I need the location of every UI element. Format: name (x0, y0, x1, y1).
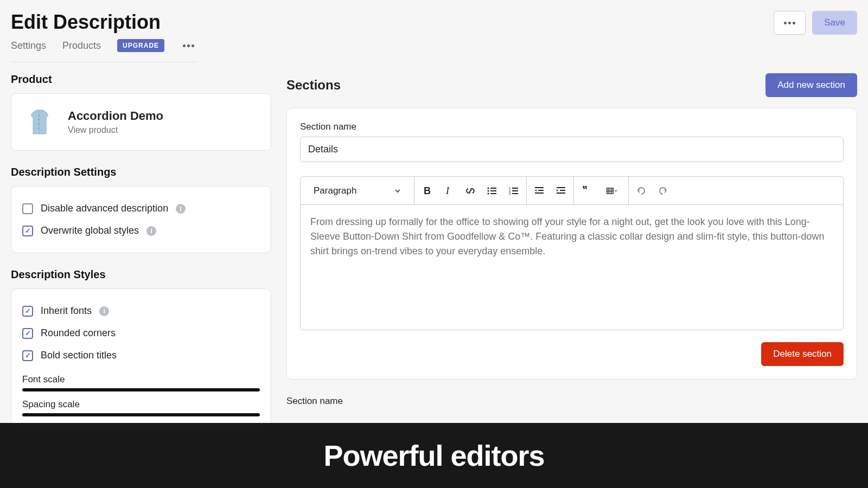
quote-icon[interactable]: ‟ (579, 184, 593, 198)
checkbox-label: Bold section titles (41, 350, 117, 361)
svg-rect-14 (512, 188, 518, 189)
svg-text:B: B (424, 185, 431, 196)
checkbox-label: Inherit fonts (41, 305, 92, 317)
svg-point-11 (488, 192, 489, 194)
svg-text:3: 3 (509, 192, 511, 195)
style-rounded-corners[interactable]: Rounded corners (22, 322, 260, 344)
table-icon[interactable] (601, 184, 623, 198)
product-thumbnail (22, 105, 57, 139)
checkbox[interactable] (22, 328, 33, 339)
svg-point-4 (38, 128, 39, 129)
checkbox-label: Disable advanced description (41, 203, 168, 214)
style-inherit-fonts[interactable]: Inherit fonts i (22, 300, 260, 322)
font-scale-label: Font scale (22, 374, 260, 385)
checkbox[interactable] (22, 350, 33, 361)
svg-text:‟: ‟ (582, 185, 588, 196)
svg-rect-12 (490, 193, 496, 194)
add-new-section-button[interactable]: Add new section (765, 73, 857, 97)
svg-rect-10 (490, 190, 496, 191)
tab-settings[interactable]: Settings (11, 40, 46, 52)
style-bold-titles[interactable]: Bold section titles (22, 344, 260, 367)
svg-point-7 (488, 187, 489, 189)
checkbox[interactable] (22, 226, 33, 236)
svg-rect-22 (557, 187, 565, 188)
checkbox[interactable] (22, 203, 33, 214)
sections-heading: Sections (286, 78, 341, 93)
spacing-scale-slider[interactable] (22, 413, 260, 416)
bullet-list-icon[interactable] (485, 184, 499, 198)
section-name-label-2: Section name (286, 396, 857, 407)
desc-styles-heading: Description Styles (11, 268, 271, 281)
svg-text:I: I (445, 185, 450, 196)
tab-products[interactable]: Products (62, 40, 101, 52)
indent-icon[interactable] (554, 184, 568, 198)
svg-rect-24 (557, 192, 565, 194)
svg-rect-16 (512, 190, 518, 191)
info-icon[interactable]: i (146, 226, 156, 236)
section-name-input[interactable] (300, 137, 844, 162)
dots-icon (782, 20, 797, 27)
banner-text: Powerful editors (323, 439, 544, 472)
italic-icon[interactable]: I (442, 184, 456, 198)
redo-icon[interactable] (656, 184, 670, 198)
svg-rect-19 (535, 187, 544, 188)
svg-point-3 (38, 124, 39, 125)
more-icon[interactable] (181, 42, 196, 49)
outdent-icon[interactable] (532, 184, 546, 198)
spacing-scale-label: Spacing scale (22, 399, 260, 410)
section-name-label: Section name (300, 121, 844, 132)
view-product-link[interactable]: View product (68, 125, 163, 135)
svg-point-2 (38, 119, 39, 120)
save-button[interactable]: Save (812, 11, 857, 35)
font-scale-slider[interactable] (22, 388, 260, 391)
product-title: Accordion Demo (68, 109, 163, 123)
svg-point-9 (488, 190, 489, 191)
product-heading: Product (11, 73, 271, 86)
checkbox[interactable] (22, 306, 33, 317)
info-icon[interactable]: i (176, 204, 186, 214)
desc-settings-heading: Description Settings (11, 166, 271, 178)
number-list-icon[interactable]: 123 (507, 184, 521, 198)
delete-section-button[interactable]: Delete section (761, 342, 844, 366)
chevron-down-icon (394, 188, 401, 194)
svg-rect-26 (607, 188, 613, 194)
undo-icon[interactable] (634, 184, 648, 198)
link-icon[interactable] (463, 184, 477, 198)
product-card[interactable]: Accordion Demo View product (11, 93, 271, 151)
svg-rect-21 (535, 192, 544, 194)
format-select[interactable]: Paragraph (306, 177, 409, 204)
setting-overwrite-styles[interactable]: Overwrite global styles i (22, 220, 260, 242)
page-title: Edit Description (11, 11, 196, 34)
svg-rect-8 (490, 188, 496, 189)
info-icon[interactable]: i (99, 306, 109, 316)
svg-point-1 (38, 115, 39, 116)
rich-text-editor: Paragraph B I 123 (300, 176, 844, 330)
setting-disable-advanced[interactable]: Disable advanced description i (22, 197, 260, 220)
svg-rect-23 (560, 190, 565, 191)
editor-body[interactable]: From dressing up formally for the office… (301, 205, 843, 330)
bold-icon[interactable]: B (420, 184, 434, 198)
svg-rect-18 (512, 193, 518, 194)
upgrade-badge[interactable]: UPGRADE (117, 39, 164, 52)
section-card: Section name Paragraph B I (286, 108, 857, 380)
svg-rect-20 (538, 190, 544, 191)
checkbox-label: Overwrite global styles (41, 225, 139, 236)
editor-toolbar: Paragraph B I 123 (301, 177, 843, 205)
promo-banner: Powerful editors (0, 423, 868, 488)
checkbox-label: Rounded corners (41, 328, 116, 339)
header-more-button[interactable] (774, 11, 806, 35)
